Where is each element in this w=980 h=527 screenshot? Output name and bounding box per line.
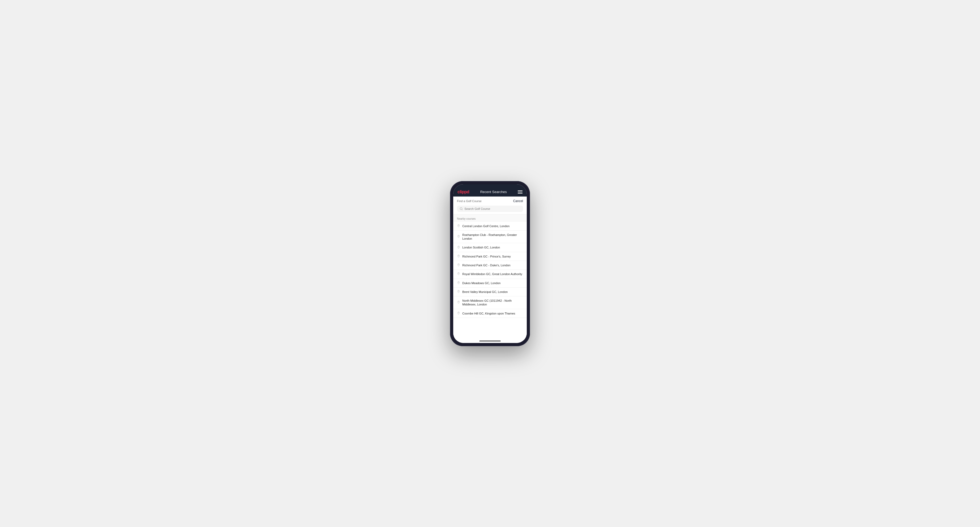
search-container (453, 205, 527, 214)
status-bar (453, 184, 527, 187)
svg-point-7 (458, 273, 459, 274)
pin-icon (457, 224, 460, 228)
app-logo: clippd (458, 190, 469, 194)
svg-line-1 (462, 209, 462, 210)
pin-icon (457, 301, 460, 305)
course-list-item[interactable]: Coombe Hill GC, Kingston upon Thames (453, 309, 527, 318)
pin-icon (457, 290, 460, 294)
main-content: Find a Golf Course Cancel Nearby courses (453, 197, 527, 338)
course-list-item[interactable]: Dukes Meadows GC, London (453, 279, 527, 287)
search-input[interactable] (465, 207, 520, 210)
course-name: London Scottish GC, London (462, 246, 500, 249)
nearby-courses-header: Nearby courses (453, 214, 527, 222)
search-box (457, 206, 523, 212)
course-name: North Middlesex GC (1011942 - North Midd… (462, 299, 523, 306)
phone-shell: clippd Recent Searches Find a Golf Cours… (450, 181, 530, 346)
nav-title: Recent Searches (480, 190, 507, 194)
home-indicator (453, 338, 527, 343)
pin-icon (457, 246, 460, 249)
course-list-item[interactable]: Richmond Park GC - Prince's, Surrey (453, 252, 527, 261)
home-bar (479, 341, 501, 341)
svg-point-8 (458, 282, 459, 283)
course-list-item[interactable]: Royal Wimbledon GC, Great London Authori… (453, 270, 527, 279)
course-list-item[interactable]: Richmond Park GC - Duke's, London (453, 261, 527, 270)
course-name: Brent Valley Municipal GC, London (462, 290, 508, 294)
course-name: Richmond Park GC - Prince's, Surrey (462, 255, 511, 258)
svg-point-10 (458, 302, 459, 303)
pin-icon (457, 281, 460, 285)
svg-point-9 (458, 291, 459, 292)
course-list-item[interactable]: London Scottish GC, London (453, 243, 527, 252)
search-icon (460, 207, 463, 210)
phone-screen: clippd Recent Searches Find a Golf Cours… (453, 184, 527, 343)
svg-point-11 (458, 313, 459, 313)
pin-icon (457, 311, 460, 315)
svg-point-3 (458, 236, 459, 237)
course-list-item[interactable]: Central London Golf Centre, London (453, 222, 527, 231)
menu-icon[interactable] (518, 190, 522, 194)
svg-point-2 (458, 225, 459, 226)
pin-icon (457, 235, 460, 239)
course-name: Central London Golf Centre, London (462, 224, 509, 228)
course-list-item[interactable]: North Middlesex GC (1011942 - North Midd… (453, 296, 527, 309)
nav-bar: clippd Recent Searches (453, 187, 527, 197)
course-list: Central London Golf Centre, LondonRoeham… (453, 222, 527, 338)
course-name: Royal Wimbledon GC, Great London Authori… (462, 272, 522, 276)
course-name: Roehampton Club - Roehampton, Greater Lo… (462, 233, 523, 241)
find-golf-course-label: Find a Golf Course (457, 200, 482, 203)
find-header: Find a Golf Course Cancel (453, 197, 527, 205)
svg-point-6 (458, 264, 459, 265)
course-list-item[interactable]: Roehampton Club - Roehampton, Greater Lo… (453, 231, 527, 243)
svg-point-4 (458, 247, 459, 248)
course-name: Coombe Hill GC, Kingston upon Thames (462, 311, 515, 315)
svg-point-5 (458, 256, 459, 256)
cancel-button[interactable]: Cancel (513, 199, 523, 203)
pin-icon (457, 272, 460, 276)
course-name: Richmond Park GC - Duke's, London (462, 264, 511, 267)
course-name: Dukes Meadows GC, London (462, 281, 501, 285)
nearby-courses-label: Nearby courses (457, 217, 476, 220)
pin-icon (457, 264, 460, 267)
pin-icon (457, 255, 460, 258)
course-list-item[interactable]: Brent Valley Municipal GC, London (453, 287, 527, 296)
